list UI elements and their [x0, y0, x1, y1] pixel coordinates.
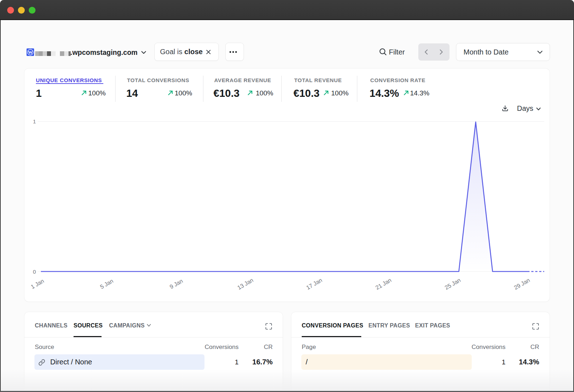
svg-text:W: W: [28, 49, 33, 55]
